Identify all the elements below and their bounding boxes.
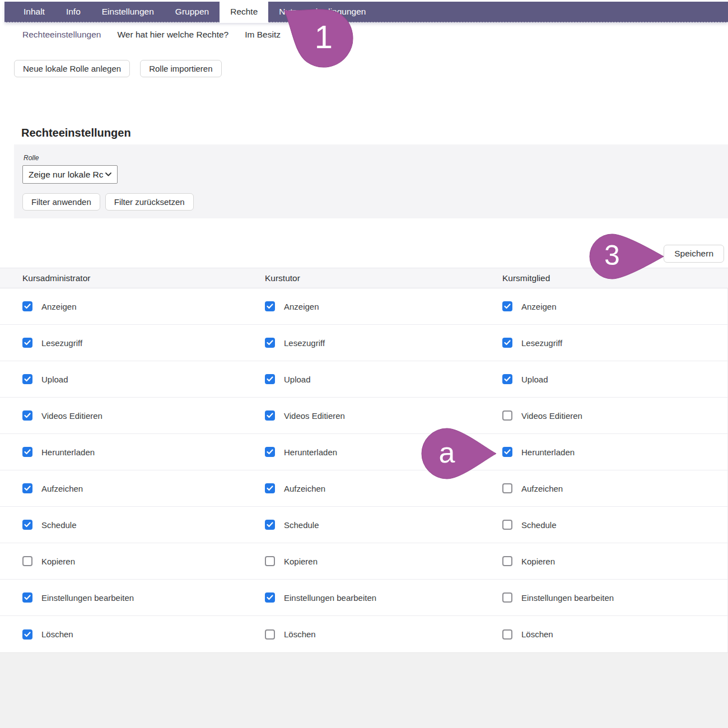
page-title: Rechteeinstellungen <box>21 127 131 139</box>
reset-filter-button[interactable]: Filter zurücksetzen <box>105 193 194 211</box>
permission-label: Lesezugriff <box>41 338 82 348</box>
permission-label: Einstellungen bearbeiten <box>41 593 134 603</box>
permission-checkbox[interactable] <box>265 592 275 603</box>
permission-cell: Löschen <box>242 629 480 640</box>
permission-label: Löschen <box>521 629 553 639</box>
permission-checkbox[interactable] <box>22 556 32 566</box>
permission-checkbox[interactable] <box>22 338 32 348</box>
sub-nav: Rechteeinstellungen Wer hat hier welche … <box>22 28 281 41</box>
topnav-tab[interactable]: Inhalt <box>13 2 55 22</box>
table-row: Löschen Löschen Löschen <box>0 616 727 652</box>
permission-label: Anzeigen <box>41 302 77 311</box>
permission-checkbox[interactable] <box>265 338 275 348</box>
permission-label: Lesezugriff <box>284 338 325 348</box>
table-row: Schedule Schedule Schedule <box>0 507 727 543</box>
column-header-kurstutor: Kurstutor <box>242 273 480 283</box>
permission-checkbox[interactable] <box>265 629 275 640</box>
permission-label: Einstellungen bearbeiten <box>521 593 614 603</box>
permission-label: Videos Editieren <box>41 411 102 421</box>
subnav-link[interactable]: Rechteeinstellungen <box>22 30 101 40</box>
subnav-link[interactable]: Wer hat hier welche Rechte? <box>117 30 228 40</box>
permission-cell: Schedule <box>480 520 727 530</box>
check-icon <box>24 304 31 309</box>
permission-checkbox[interactable] <box>502 520 512 530</box>
table-row: Kopieren Kopieren Kopieren <box>0 543 727 580</box>
check-icon <box>24 595 31 600</box>
permission-label: Videos Editieren <box>284 411 345 421</box>
permission-label: Anzeigen <box>284 302 319 311</box>
permission-checkbox[interactable] <box>265 374 275 384</box>
permission-checkbox[interactable] <box>502 483 512 493</box>
permission-checkbox[interactable] <box>502 592 512 603</box>
permission-label: Aufzeichen <box>41 484 83 493</box>
permission-checkbox[interactable] <box>265 520 275 530</box>
permission-label: Herunterladen <box>521 447 575 457</box>
apply-filter-button[interactable]: Filter anwenden <box>22 193 100 211</box>
permission-checkbox[interactable] <box>502 338 512 348</box>
permission-cell: Anzeigen <box>0 301 242 311</box>
permission-checkbox[interactable] <box>22 520 32 530</box>
permission-cell: Schedule <box>242 520 480 530</box>
permission-checkbox[interactable] <box>22 629 32 640</box>
chevron-down-icon <box>105 172 111 176</box>
permissions-table-header: Kursadministrator Kurstutor Kursmitglied <box>0 268 728 288</box>
role-select-value: Zeige nur lokale Rc <box>29 170 104 180</box>
permission-cell: Löschen <box>0 629 242 640</box>
permission-checkbox[interactable] <box>265 483 275 493</box>
permission-cell: Aufzeichen <box>480 483 727 493</box>
permission-checkbox[interactable] <box>22 447 32 457</box>
check-icon <box>504 449 511 455</box>
permission-checkbox[interactable] <box>502 301 512 311</box>
import-role-button[interactable]: Rolle importieren <box>140 60 221 77</box>
save-button[interactable]: Speichern <box>664 245 724 263</box>
check-icon <box>24 340 31 346</box>
footer-strip <box>0 652 728 728</box>
topnav-tab[interactable]: Info <box>55 2 91 22</box>
table-row: Aufzeichen Aufzeichen Aufzeichen <box>0 470 727 507</box>
subnav-link[interactable]: Im Besitz <box>245 30 281 40</box>
permission-label: Herunterladen <box>284 447 337 457</box>
permission-cell: Anzeigen <box>480 301 727 311</box>
topnav-tab[interactable]: Nutzungsbedingungen <box>268 2 376 22</box>
topnav-tab[interactable]: Rechte <box>220 0 268 23</box>
permission-label: Upload <box>41 375 68 384</box>
permission-cell: Herunterladen <box>480 447 727 457</box>
permission-label: Lesezugriff <box>521 338 562 348</box>
permission-cell: Löschen <box>480 629 727 640</box>
permission-checkbox[interactable] <box>22 483 32 493</box>
permission-label: Anzeigen <box>521 302 557 311</box>
table-row: Upload Upload Upload <box>0 361 727 398</box>
check-icon <box>267 413 273 418</box>
permission-label: Kopieren <box>41 557 75 566</box>
new-local-role-button[interactable]: Neue lokale Rolle anlegen <box>14 60 130 77</box>
permission-cell: Videos Editieren <box>480 410 727 421</box>
check-icon <box>504 340 511 346</box>
permission-label: Videos Editieren <box>521 411 582 421</box>
role-toolbar: Neue lokale Rolle anlegen Rolle importie… <box>14 60 222 77</box>
permission-checkbox[interactable] <box>22 301 32 311</box>
permission-checkbox[interactable] <box>265 301 275 311</box>
permission-checkbox[interactable] <box>22 592 32 603</box>
check-icon <box>267 304 273 309</box>
permission-checkbox[interactable] <box>502 447 512 457</box>
permission-cell: Kopieren <box>0 556 242 566</box>
permission-label: Upload <box>521 375 548 384</box>
permission-label: Schedule <box>41 520 77 530</box>
topnav-tab[interactable]: Einstellungen <box>91 2 165 22</box>
role-select[interactable]: Zeige nur lokale Rc <box>22 165 118 184</box>
permission-checkbox[interactable] <box>265 410 275 421</box>
permission-checkbox[interactable] <box>22 374 32 384</box>
check-icon <box>24 413 31 418</box>
permission-cell: Aufzeichen <box>242 483 480 493</box>
permission-checkbox[interactable] <box>502 374 512 384</box>
permission-checkbox[interactable] <box>502 629 512 640</box>
permission-checkbox[interactable] <box>502 410 512 421</box>
permission-cell: Herunterladen <box>0 447 242 457</box>
permissions-rows: Anzeigen Anzeigen Anzeigen Lesezugriff <box>0 288 728 652</box>
permission-checkbox[interactable] <box>265 447 275 457</box>
permission-checkbox[interactable] <box>22 410 32 421</box>
permission-checkbox[interactable] <box>265 556 275 566</box>
topnav-tab[interactable]: Gruppen <box>165 2 220 22</box>
permission-checkbox[interactable] <box>502 556 512 566</box>
check-icon <box>24 522 31 528</box>
